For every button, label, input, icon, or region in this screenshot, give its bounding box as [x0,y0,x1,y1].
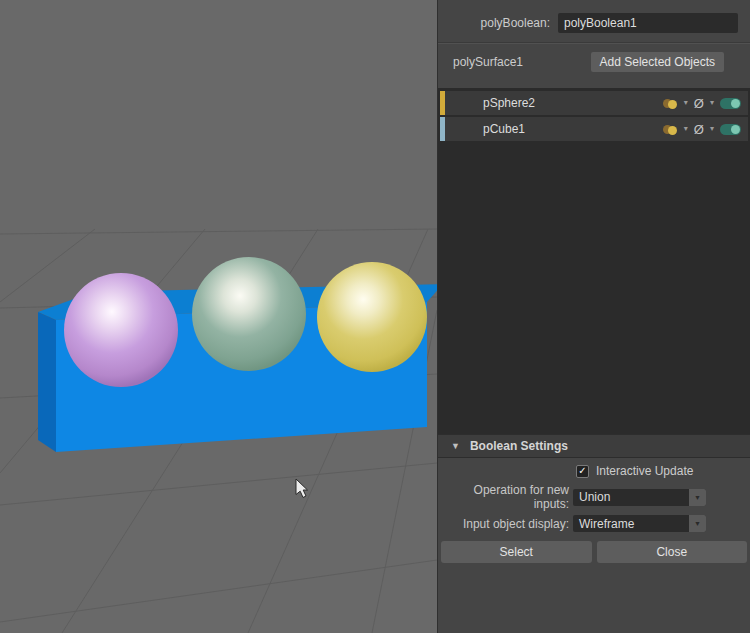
enabled-toggle[interactable] [720,124,741,135]
object-row-pcube1[interactable]: pCube1 ▾ Ø ▾ [440,117,748,141]
shading-mode-icon[interactable] [663,97,678,110]
object-name: pSphere2 [483,96,663,110]
dropdown-arrow-icon: ▼ [694,520,701,527]
surface-name-label: polySurface1 [453,55,523,69]
enabled-toggle[interactable] [720,98,741,109]
shading-dot-front-icon [668,126,677,135]
operation-label: Operation for new inputs: [438,483,569,511]
toggle-knob [731,99,740,108]
visibility-dropdown-arrow-icon[interactable]: ▾ [710,125,714,133]
object-color-bar [440,117,445,141]
visibility-icon[interactable]: Ø [694,123,704,136]
green-sphere[interactable] [192,257,306,371]
object-color-bar [440,91,445,115]
display-label: Input object display: [438,517,569,531]
toggle-knob [731,125,740,134]
yellow-sphere[interactable] [317,262,427,372]
dropdown-arrow-icon: ▼ [694,494,701,501]
interactive-update-checkbox[interactable]: ✓ [576,465,589,478]
display-selected-value: Wireframe [573,517,689,531]
boolean-settings-header[interactable]: ▼ Boolean Settings [438,434,750,458]
object-name: pCube1 [483,122,663,136]
boolean-tool-panel: polyBoolean: polySurface1 Add Selected O… [437,0,750,633]
visibility-dropdown-arrow-icon[interactable]: ▾ [710,99,714,107]
purple-sphere[interactable] [64,273,178,387]
box-side-face[interactable] [38,312,56,452]
poly-boolean-row: polyBoolean: [438,0,750,42]
operation-dropdown[interactable]: Union ▼ [573,489,706,506]
display-row: Input object display: Wireframe ▼ [438,513,750,534]
maya-window: polyBoolean: polySurface1 Add Selected O… [0,0,750,633]
action-buttons: Select Close [441,541,747,563]
mouse-cursor [296,479,308,498]
poly-boolean-input[interactable] [558,13,738,33]
add-selected-objects-button[interactable]: Add Selected Objects [591,52,724,72]
shading-dot-front-icon [668,100,677,109]
shading-dropdown-arrow-icon[interactable]: ▾ [684,99,688,107]
viewport-canvas[interactable] [0,0,437,633]
check-icon: ✓ [578,466,586,476]
shading-mode-icon[interactable] [663,123,678,136]
surface-row: polySurface1 Add Selected Objects [438,44,750,80]
visibility-icon[interactable]: Ø [694,97,704,110]
dropdown-arrow-box: ▼ [689,515,706,532]
object-list: pSphere2 ▾ Ø ▾ pCube1 [438,88,750,434]
boolean-settings-title: Boolean Settings [470,439,568,453]
row-icons: ▾ Ø ▾ [663,123,741,136]
interactive-update-label: Interactive Update [596,464,693,478]
interactive-update-row: ✓ Interactive Update [438,458,750,481]
operation-selected-value: Union [573,490,689,504]
select-button[interactable]: Select [441,541,592,563]
poly-boolean-label: polyBoolean: [481,16,550,30]
row-icons: ▾ Ø ▾ [663,97,741,110]
close-button[interactable]: Close [597,541,748,563]
display-dropdown[interactable]: Wireframe ▼ [573,515,706,532]
collapse-arrow-icon: ▼ [451,441,460,451]
dropdown-arrow-box: ▼ [689,489,706,506]
shading-dropdown-arrow-icon[interactable]: ▾ [684,125,688,133]
3d-viewport[interactable] [0,0,437,633]
object-row-psphere2[interactable]: pSphere2 ▾ Ø ▾ [440,91,748,115]
operation-row: Operation for new inputs: Union ▼ [438,481,750,513]
